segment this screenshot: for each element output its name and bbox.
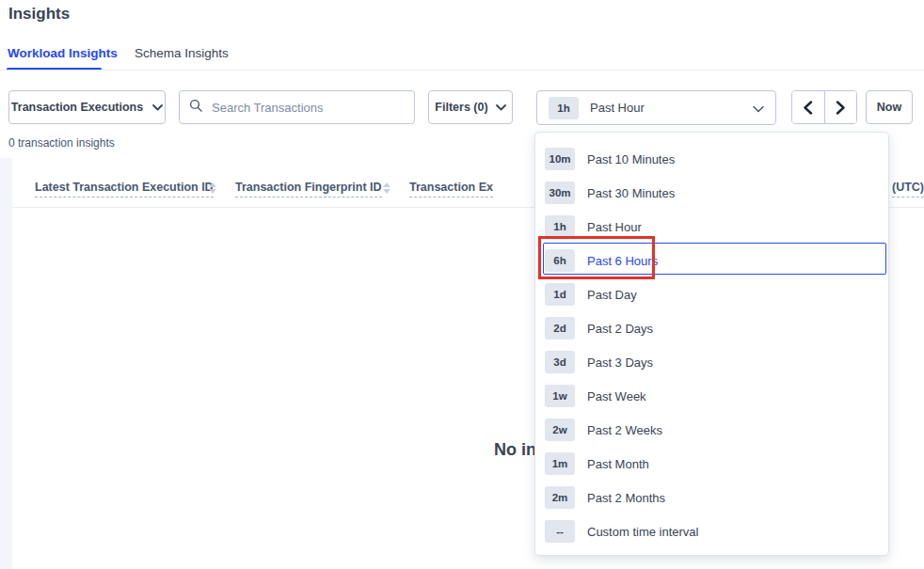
tab-schema-insights[interactable]: Schema Insights xyxy=(135,46,229,60)
previous-interval-button[interactable] xyxy=(792,91,825,123)
now-button[interactable]: Now xyxy=(866,90,913,124)
menu-item-past-month[interactable]: 1m Past Month xyxy=(535,447,888,481)
search-icon xyxy=(189,99,202,116)
chevron-down-icon xyxy=(496,101,506,114)
filters-button[interactable]: Filters (0) xyxy=(428,90,513,124)
sort-icon[interactable] xyxy=(209,182,216,194)
column-header-transaction-execution[interactable]: Transaction Ex xyxy=(409,181,493,198)
menu-item-past-3-days[interactable]: 3d Past 3 Days xyxy=(535,345,888,379)
menu-item-past-2-days[interactable]: 2d Past 2 Days xyxy=(535,311,888,345)
sort-icon[interactable] xyxy=(383,182,390,194)
time-interval-dropdown-menu: 10m Past 10 Minutes 30m Past 30 Minutes … xyxy=(534,132,889,556)
column-header-latest-transaction-execution-id[interactable]: Latest Transaction Execution ID xyxy=(35,181,214,198)
filters-label: Filters (0) xyxy=(435,101,487,114)
menu-item-custom-time-interval[interactable]: -- Custom time interval xyxy=(535,514,888,548)
menu-item-past-10-minutes[interactable]: 10m Past 10 Minutes xyxy=(535,142,888,176)
menu-item-past-6-hours[interactable]: 6h Past 6 Hours xyxy=(535,244,888,277)
time-interval-dropdown-button[interactable]: 1h Past Hour xyxy=(536,90,776,125)
workload-type-label: Transaction Executions xyxy=(11,101,143,114)
search-box[interactable] xyxy=(179,90,415,124)
search-input[interactable] xyxy=(210,100,405,116)
next-interval-button[interactable] xyxy=(825,91,857,123)
chevron-down-icon xyxy=(753,100,764,117)
column-header-start-time-utc[interactable]: (UTC) xyxy=(892,181,924,198)
chevron-down-icon xyxy=(152,101,163,114)
menu-item-past-hour[interactable]: 1h Past Hour xyxy=(535,210,888,244)
page-title: Insights xyxy=(8,5,70,24)
table-left-gutter xyxy=(0,158,12,569)
time-nav-group xyxy=(791,90,857,124)
column-header-transaction-fingerprint-id[interactable]: Transaction Fingerprint ID xyxy=(235,181,382,198)
tabbar-divider xyxy=(0,70,924,71)
menu-item-past-30-minutes[interactable]: 30m Past 30 Minutes xyxy=(535,176,888,210)
menu-item-past-week[interactable]: 1w Past Week xyxy=(535,379,888,413)
menu-item-past-2-weeks[interactable]: 2w Past 2 Weeks xyxy=(535,413,888,447)
time-interval-label: Past Hour xyxy=(590,101,645,115)
insights-page: Insights Workload Insights Schema Insigh… xyxy=(0,0,924,569)
insights-count: 0 transaction insights xyxy=(8,136,115,150)
workload-type-dropdown-button[interactable]: Transaction Executions xyxy=(8,90,166,124)
menu-item-past-day[interactable]: 1d Past Day xyxy=(535,277,888,311)
tab-workload-insights[interactable]: Workload Insights xyxy=(8,46,118,60)
menu-item-past-2-months[interactable]: 2m Past 2 Months xyxy=(535,481,888,514)
time-interval-badge: 1h xyxy=(549,97,579,119)
